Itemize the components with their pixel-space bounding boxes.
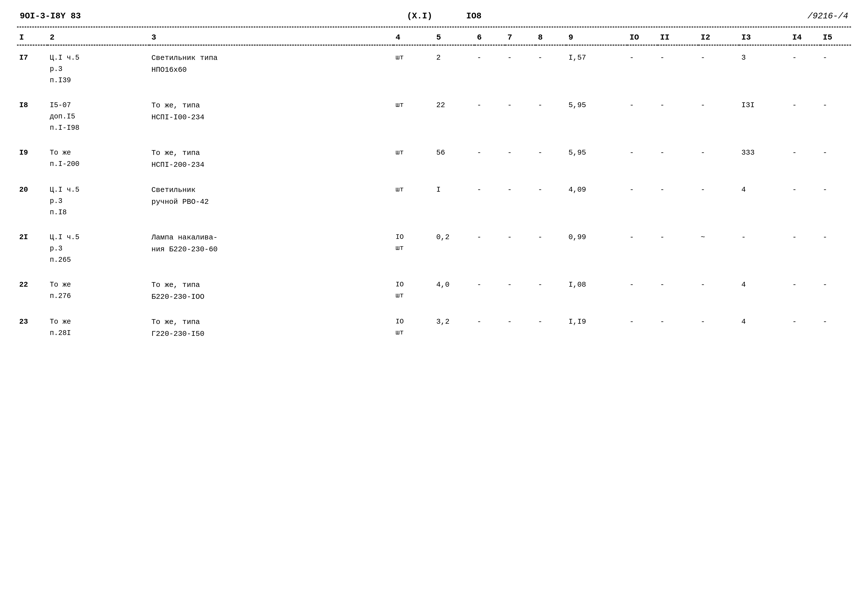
cell-value: I,57 <box>566 45 627 93</box>
cell-value: - <box>505 273 536 310</box>
cell-unit: шт <box>393 45 434 93</box>
cell-value: 4 <box>739 310 790 346</box>
cell-row-num: I8 <box>17 93 47 140</box>
cell-value: - <box>536 273 566 310</box>
col-header-3: 3 <box>149 30 393 45</box>
cell-value: - <box>627 310 658 346</box>
cell-value: - <box>698 45 739 93</box>
cell-value: - <box>698 93 739 140</box>
cell-description: То же, типа Б220-230-IOO <box>149 273 393 310</box>
cell-unit: шт <box>393 140 434 177</box>
cell-value: 333 <box>739 140 790 177</box>
cell-value: - <box>698 310 739 346</box>
cell-value: I <box>434 177 475 225</box>
cell-value: - <box>821 140 851 177</box>
cell-value: 2 <box>434 45 475 93</box>
cell-value: - <box>658 310 698 346</box>
col-header-6: 6 <box>475 30 505 45</box>
cell-value: - <box>698 177 739 225</box>
cell-value: 5,95 <box>566 93 627 140</box>
table-row: I8I5-07 доп.I5 п.I-I98То же, типа НСПI-I… <box>17 93 851 140</box>
table-row: 23То же п.28IТо же, типа Г220-230-I50IOш… <box>17 310 851 346</box>
cell-reference: I5-07 доп.I5 п.I-I98 <box>47 93 149 140</box>
cell-reference: Ц.I ч.5 р.3 п.I39 <box>47 45 149 93</box>
header-center-paren: (X.I) <box>407 11 432 21</box>
cell-value: 56 <box>434 140 475 177</box>
header-center-main: IO8 <box>466 11 482 21</box>
cell-value: - <box>475 140 505 177</box>
cell-description: Светильник типа НПO16х60 <box>149 45 393 93</box>
cell-value: - <box>505 93 536 140</box>
col-header-10: IO <box>627 30 658 45</box>
cell-unit: IOшт <box>393 310 434 346</box>
cell-value: 4,09 <box>566 177 627 225</box>
cell-value: - <box>627 140 658 177</box>
cell-value: - <box>505 310 536 346</box>
col-header-12: I2 <box>698 30 739 45</box>
cell-value: - <box>821 177 851 225</box>
cell-unit: шт <box>393 93 434 140</box>
col-header-13: I3 <box>739 30 790 45</box>
cell-value: - <box>505 177 536 225</box>
col-header-1: I <box>17 30 47 45</box>
cell-value: - <box>475 177 505 225</box>
cell-unit: шт <box>393 177 434 225</box>
cell-row-num: I9 <box>17 140 47 177</box>
column-header-row: I 2 3 4 5 6 7 8 9 IO II I2 I3 I4 I5 <box>17 30 851 45</box>
cell-reference: Ц.I ч.5 р.3 п.265 <box>47 225 149 273</box>
cell-value: - <box>658 45 698 93</box>
cell-value: 0,99 <box>566 225 627 273</box>
cell-value: - <box>821 225 851 273</box>
cell-value: - <box>790 225 821 273</box>
col-header-7: 7 <box>505 30 536 45</box>
cell-value: - <box>790 310 821 346</box>
cell-value: - <box>790 273 821 310</box>
table-row: 20Ц.I ч.5 р.3 п.I8Светильник ручной РВО-… <box>17 177 851 225</box>
cell-value: I3I <box>739 93 790 140</box>
cell-value: - <box>698 273 739 310</box>
cell-value: - <box>475 225 505 273</box>
cell-reference: То же п.276 <box>47 273 149 310</box>
cell-value: - <box>475 93 505 140</box>
cell-value: - <box>627 273 658 310</box>
cell-value: I,08 <box>566 273 627 310</box>
table-row: I9То же п.I-200То же, типа НСПI-200-234ш… <box>17 140 851 177</box>
cell-description: Лампа накалива- ния Б220-230-60 <box>149 225 393 273</box>
cell-description: То же, типа НСПI-200-234 <box>149 140 393 177</box>
cell-value: - <box>627 45 658 93</box>
top-divider <box>17 27 851 27</box>
cell-row-num: 23 <box>17 310 47 346</box>
col-header-5: 5 <box>434 30 475 45</box>
cell-value: 4,0 <box>434 273 475 310</box>
cell-value: 22 <box>434 93 475 140</box>
cell-value: - <box>627 225 658 273</box>
cell-value: 3,2 <box>434 310 475 346</box>
main-table-wrapper: I 2 3 4 5 6 7 8 9 IO II I2 I3 I4 I5 I7Ц.… <box>17 30 851 347</box>
cell-value: - <box>536 225 566 273</box>
main-table: I 2 3 4 5 6 7 8 9 IO II I2 I3 I4 I5 I7Ц.… <box>17 30 851 347</box>
cell-value: - <box>475 273 505 310</box>
header-left: 9OI-3-I8Y 83 <box>20 11 81 21</box>
cell-value: - <box>658 225 698 273</box>
cell-description: Светильник ручной РВО-42 <box>149 177 393 225</box>
cell-value: - <box>536 93 566 140</box>
cell-value: - <box>536 310 566 346</box>
cell-value: - <box>821 310 851 346</box>
cell-unit: IOшт <box>393 273 434 310</box>
cell-value: - <box>658 177 698 225</box>
cell-value: ~ <box>698 225 739 273</box>
cell-reference: То же п.I-200 <box>47 140 149 177</box>
cell-value: - <box>790 177 821 225</box>
cell-row-num: 22 <box>17 273 47 310</box>
col-header-8: 8 <box>536 30 566 45</box>
cell-value: I,I9 <box>566 310 627 346</box>
cell-unit: IOшт <box>393 225 434 273</box>
cell-value: - <box>821 93 851 140</box>
page-header: 9OI-3-I8Y 83 (X.I) IO8 /9216-/4 <box>17 11 851 21</box>
cell-value: 4 <box>739 177 790 225</box>
cell-row-num: 2I <box>17 225 47 273</box>
col-header-9: 9 <box>566 30 627 45</box>
cell-value: - <box>536 140 566 177</box>
cell-value: - <box>739 225 790 273</box>
cell-value: - <box>505 225 536 273</box>
